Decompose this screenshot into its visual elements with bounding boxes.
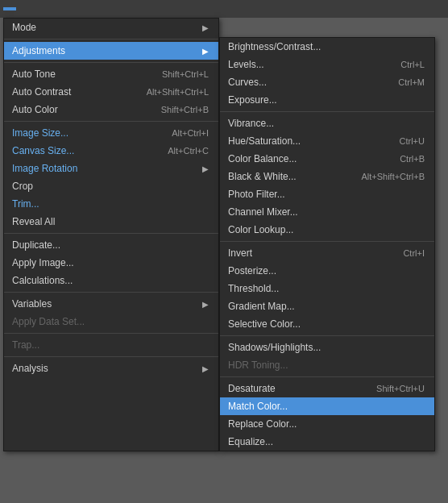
right-label-shadows-highlights: Shadows/Highlights... (228, 342, 425, 353)
left-label-variables: Variables (12, 298, 196, 310)
menu-separator (4, 233, 218, 234)
menu-separator (4, 333, 218, 334)
right-menu-item-threshold[interactable]: Threshold... (220, 280, 434, 297)
right-menu-item-shadows-highlights[interactable]: Shadows/Highlights... (220, 339, 434, 356)
right-label-invert: Invert (228, 247, 387, 259)
right-menu-item-replace-color[interactable]: Replace Color... (220, 415, 434, 433)
menubar-item-image[interactable] (3, 7, 16, 10)
left-label-image-size: Image Size... (12, 127, 156, 139)
left-shortcut-auto-tone: Shift+Ctrl+L (162, 69, 209, 79)
left-menu-item-canvas-size[interactable]: Canvas Size...Alt+Ctrl+C (4, 142, 218, 160)
left-label-apply-data-set: Apply Data Set... (12, 316, 209, 327)
left-menu-item-auto-contrast[interactable]: Auto ContrastAlt+Shift+Ctrl+L (4, 83, 218, 101)
right-shortcut-curves: Ctrl+M (398, 77, 425, 87)
left-label-trim: Trim... (12, 198, 209, 210)
right-menu-item-curves[interactable]: Curves...Ctrl+M (220, 73, 434, 91)
right-label-selective-color: Selective Color... (228, 318, 425, 330)
right-shortcut-hue-saturation: Ctrl+U (400, 136, 425, 146)
right-label-color-lookup: Color Lookup... (228, 224, 425, 235)
right-label-photo-filter: Photo Filter... (228, 189, 425, 200)
menu-separator-right (220, 111, 434, 112)
right-menu-item-brightness-contrast[interactable]: Brightness/Contrast... (220, 38, 434, 56)
menu-separator-right (220, 335, 434, 336)
right-menu-item-vibrance[interactable]: Vibrance... (220, 114, 434, 132)
left-menu-item-image-rotation[interactable]: Image Rotation▶ (4, 160, 218, 177)
left-arrow-image-rotation: ▶ (202, 164, 209, 173)
left-menu-item-duplicate[interactable]: Duplicate... (4, 236, 218, 254)
left-label-canvas-size: Canvas Size... (12, 145, 151, 156)
right-menu-item-match-color[interactable]: Match Color... (220, 397, 434, 415)
left-shortcut-auto-contrast: Alt+Shift+Ctrl+L (147, 87, 209, 97)
left-arrow-adjustments: ▶ (202, 47, 209, 56)
left-label-apply-image: Apply Image... (12, 257, 209, 268)
right-menu-item-desaturate[interactable]: DesaturateShift+Ctrl+U (220, 380, 434, 397)
left-label-mode: Mode (12, 22, 196, 33)
right-label-exposure: Exposure... (228, 94, 425, 106)
right-menu-item-photo-filter[interactable]: Photo Filter... (220, 185, 434, 203)
left-menu-item-image-size[interactable]: Image Size...Alt+Ctrl+I (4, 124, 218, 142)
left-menu-item-reveal-all[interactable]: Reveal All (4, 213, 218, 231)
menu-left: Mode▶Adjustments▶Auto ToneShift+Ctrl+LAu… (3, 18, 219, 451)
left-label-calculations: Calculations... (12, 275, 209, 286)
left-menu-item-apply-data-set[interactable]: Apply Data Set... (4, 313, 218, 330)
right-menu-item-color-lookup[interactable]: Color Lookup... (220, 221, 434, 239)
left-menu-item-mode[interactable]: Mode▶ (4, 19, 218, 36)
right-menu-item-posterize[interactable]: Posterize... (220, 262, 434, 280)
left-menu-item-analysis[interactable]: Analysis▶ (4, 360, 218, 377)
right-label-color-balance: Color Balance... (228, 153, 384, 164)
right-menu-item-bw[interactable]: Black & White...Alt+Shift+Ctrl+B (220, 168, 434, 185)
right-menu-item-color-balance[interactable]: Color Balance...Ctrl+B (220, 150, 434, 168)
right-menu-item-gradient-map[interactable]: Gradient Map... (220, 297, 434, 315)
right-label-equalize: Equalize... (228, 436, 425, 447)
right-menu-item-equalize[interactable]: Equalize... (220, 433, 434, 451)
menubar (0, 0, 448, 18)
left-label-auto-color: Auto Color (12, 104, 145, 115)
left-menu-item-variables[interactable]: Variables▶ (4, 295, 218, 313)
left-label-adjustments: Adjustments (12, 45, 196, 56)
right-label-vibrance: Vibrance... (228, 118, 425, 129)
right-menu-item-invert[interactable]: InvertCtrl+I (220, 244, 434, 262)
right-shortcut-invert: Ctrl+I (403, 248, 425, 258)
left-arrow-analysis: ▶ (202, 364, 209, 373)
left-shortcut-canvas-size: Alt+Ctrl+C (168, 146, 209, 156)
menu-right: Brightness/Contrast...Levels...Ctrl+LCur… (219, 37, 435, 451)
left-menu-item-crop[interactable]: Crop (4, 177, 218, 195)
right-label-brightness-contrast: Brightness/Contrast... (228, 41, 425, 52)
right-label-gradient-map: Gradient Map... (228, 301, 425, 312)
right-menu-item-levels[interactable]: Levels...Ctrl+L (220, 56, 434, 73)
left-menu-item-auto-tone[interactable]: Auto ToneShift+Ctrl+L (4, 65, 218, 83)
right-menu-item-exposure[interactable]: Exposure... (220, 91, 434, 109)
left-arrow-variables: ▶ (202, 300, 209, 309)
right-menu-item-hue-saturation[interactable]: Hue/Saturation...Ctrl+U (220, 132, 434, 150)
dropdown-wrapper: Mode▶Adjustments▶Auto ToneShift+Ctrl+LAu… (3, 18, 435, 451)
left-shortcut-image-size: Alt+Ctrl+I (172, 128, 209, 138)
menu-separator (4, 39, 218, 39)
right-label-hdr-toning: HDR Toning... (228, 360, 425, 371)
right-menu-item-selective-color[interactable]: Selective Color... (220, 315, 434, 333)
menu-separator (4, 62, 218, 63)
left-label-trap: Trap... (12, 339, 209, 351)
right-label-bw: Black & White... (228, 171, 345, 182)
left-menu-item-apply-image[interactable]: Apply Image... (4, 254, 218, 272)
right-label-channel-mixer: Channel Mixer... (228, 206, 425, 218)
right-shortcut-bw: Alt+Shift+Ctrl+B (361, 172, 425, 181)
right-label-levels: Levels... (228, 59, 384, 70)
left-shortcut-auto-color: Shift+Ctrl+B (161, 105, 209, 114)
left-menu-item-adjustments[interactable]: Adjustments▶ (4, 42, 218, 60)
menu-separator (4, 292, 218, 293)
right-label-threshold: Threshold... (228, 283, 425, 294)
menu-separator (4, 121, 218, 122)
right-menu-item-hdr-toning[interactable]: HDR Toning... (220, 356, 434, 374)
left-arrow-mode: ▶ (202, 23, 209, 32)
left-label-analysis: Analysis (12, 363, 196, 374)
right-label-desaturate: Desaturate (228, 383, 360, 394)
right-shortcut-desaturate: Shift+Ctrl+U (376, 384, 425, 393)
right-label-curves: Curves... (228, 77, 382, 88)
left-label-reveal-all: Reveal All (12, 216, 209, 227)
left-menu-item-trim[interactable]: Trim... (4, 195, 218, 213)
right-shortcut-color-balance: Ctrl+B (400, 154, 425, 164)
left-menu-item-calculations[interactable]: Calculations... (4, 272, 218, 289)
left-menu-item-trap[interactable]: Trap... (4, 336, 218, 354)
left-menu-item-auto-color[interactable]: Auto ColorShift+Ctrl+B (4, 101, 218, 118)
right-menu-item-channel-mixer[interactable]: Channel Mixer... (220, 203, 434, 221)
